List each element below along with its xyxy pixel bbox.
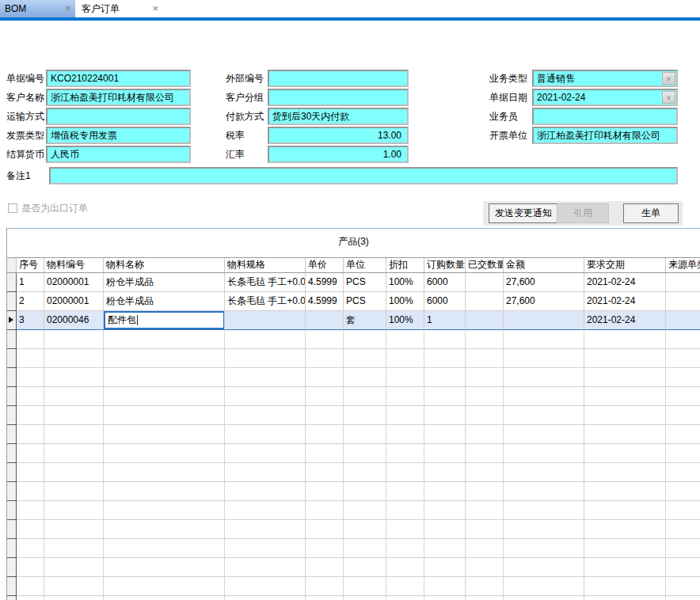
cell-qty[interactable]: 1 [424,311,466,330]
biz-type-dropdown-button[interactable]: ∨ [662,72,675,85]
product-panel: 产品(3) 序号 物料编号 物料名称 物料规格 单价 单位 折扣 订购数量 已交… [6,228,700,600]
col-header-amount: 金额 [504,258,584,272]
doc-date-value: 2021-02-24 [537,92,585,103]
cell-code[interactable]: 02000046 [44,311,104,330]
col-header-qty: 订购数量 [424,258,466,272]
cell-unit[interactable]: 套 [344,311,386,330]
salesman-label: 业务员 [489,108,518,125]
cell-source[interactable] [666,292,700,311]
row-selector[interactable] [7,292,17,311]
send-change-notice-button[interactable]: 发送变更通知 [489,203,558,223]
customer-field[interactable]: 浙江柏盈美打印耗材有限公司 [46,89,191,106]
cust-group-field[interactable] [268,89,409,106]
cell-editor[interactable]: 配件包 [104,311,225,329]
col-header-price: 单价 [306,258,344,272]
cell-spec[interactable]: 长条毛毡 手工+0.0 [225,273,306,292]
remark1-field[interactable] [49,167,678,184]
ext-no-field[interactable] [268,70,409,87]
cell-qty[interactable]: 6000 [424,292,466,311]
cell-due-date[interactable]: 2021-02-24 [584,273,666,292]
table-row[interactable]: 2 02000001 粉仓半成品 长条毛毡 手工+0.0 4.5999 PCS … [7,292,700,311]
cell-due-date[interactable]: 2021-02-24 [584,311,666,330]
doc-date-dropdown[interactable]: 2021-02-24 ∨ [532,89,678,106]
cell-name[interactable]: 粉仓半成品 [104,273,225,292]
doc-no-label: 单据编号 [6,70,44,87]
cell-price[interactable] [306,311,344,330]
cell-discount[interactable]: 100% [386,311,424,330]
ext-no-label: 外部编号 [226,70,264,87]
remark1-label: 备注1 [6,167,31,184]
cell-delivered[interactable] [466,292,504,311]
cell-price[interactable]: 4.5999 [306,292,344,311]
cell-amount[interactable]: 27,600 [504,292,584,311]
product-panel-title: 产品(3) [7,229,700,257]
tab-customer-order[interactable]: 客户订单 × [77,0,162,17]
payment-field[interactable]: 货到后30天内付款 [268,108,409,125]
cell-editor-text: 配件包 [108,314,136,325]
cell-discount[interactable]: 100% [386,292,424,311]
biz-type-dropdown[interactable]: 普通销售 ∨ [532,70,678,87]
cell-spec[interactable] [225,311,306,330]
tab-bar: BOM × 客户订单 × [0,0,700,17]
close-icon[interactable]: × [152,0,158,17]
cell-discount[interactable]: 100% [386,273,424,292]
cell-due-date[interactable]: 2021-02-24 [584,292,666,311]
col-header-discount: 折扣 [386,258,424,272]
table-row[interactable]: 1 02000001 粉仓半成品 长条毛毡 手工+0.0 4.5999 PCS … [7,273,700,292]
currency-label: 结算货币 [6,146,44,163]
exchange-rate-label: 汇率 [226,146,245,163]
cell-amount[interactable]: 27,600 [504,273,584,292]
col-header-seq: 序号 [17,258,44,272]
cell-code[interactable]: 02000001 [44,292,104,311]
doc-date-dropdown-button[interactable]: ∨ [662,91,675,104]
cell-delivered[interactable] [466,273,504,292]
cell-seq[interactable]: 2 [17,292,44,311]
cell-amount[interactable] [504,311,584,330]
customer-label: 客户名称 [6,89,44,106]
transport-label: 运输方式 [6,108,44,125]
col-header-spec: 物料规格 [225,258,306,272]
tab-underline [0,17,700,21]
empty-selector-column [7,330,17,600]
cell-price[interactable]: 4.5999 [306,273,344,292]
export-order-checkbox[interactable] [8,203,17,213]
close-icon[interactable]: × [65,0,71,17]
tab-customer-order-label: 客户订单 [82,3,120,14]
table-row-selected[interactable]: 3 02000046 配件包 套 100% 1 2021-02-24 [7,310,700,330]
generate-order-button[interactable]: 生单 [623,203,679,223]
cell-unit[interactable]: PCS [344,292,386,311]
invoice-unit-label: 开票单位 [489,127,527,144]
tab-bom[interactable]: BOM × [0,0,75,17]
doc-no-field[interactable]: KCO210224001 [46,70,191,87]
col-header-source: 来源单类 [666,258,700,272]
cell-qty[interactable]: 6000 [424,273,466,292]
row-selector[interactable] [7,311,17,330]
cust-group-label: 客户分组 [226,89,264,106]
biz-type-value: 普通销售 [537,73,575,84]
cell-code[interactable]: 02000001 [44,273,104,292]
cell-seq[interactable]: 3 [17,311,44,330]
cell-seq[interactable]: 1 [17,273,44,292]
tax-rate-field[interactable]: 13.00 [268,127,409,144]
transport-field[interactable] [46,108,191,125]
cell-unit[interactable]: PCS [344,273,386,292]
col-header-name: 物料名称 [104,258,225,272]
salesman-field[interactable] [532,108,678,125]
cell-delivered[interactable] [466,311,504,330]
cell-source[interactable] [666,311,700,330]
invoice-unit-field[interactable]: 浙江柏盈美打印耗材有限公司 [532,127,678,144]
tax-rate-label: 税率 [226,127,245,144]
currency-field[interactable]: 人民币 [46,146,191,163]
tab-bom-label: BOM [5,3,26,14]
row-selector[interactable] [7,273,17,292]
cell-name[interactable]: 粉仓半成品 [104,292,225,311]
invoice-type-field[interactable]: 增值税专用发票 [46,127,191,144]
cell-source[interactable] [666,273,700,292]
exchange-rate-field[interactable]: 1.00 [268,146,409,163]
invoice-type-label: 发票类型 [6,127,44,144]
cell-spec[interactable]: 长条毛毡 手工+0.0 [225,292,306,311]
chevron-down-icon: ∨ [666,93,671,101]
chevron-down-icon: ∨ [666,74,671,82]
cell-name[interactable]: 配件包 [104,311,225,330]
customer-order-window: BOM × 客户订单 × 单据编号 KCO210224001 外部编号 业务类型… [0,0,700,600]
